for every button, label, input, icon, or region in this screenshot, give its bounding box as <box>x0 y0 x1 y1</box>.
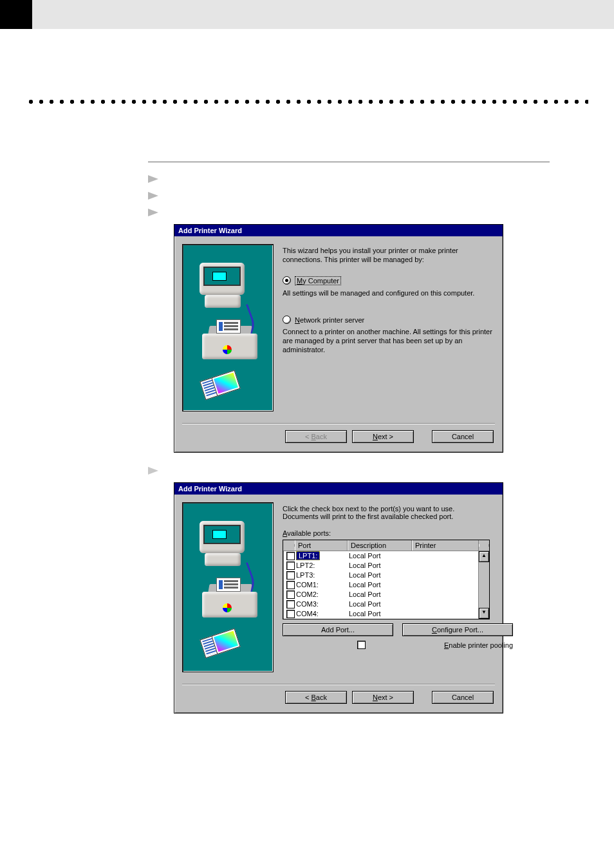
checkbox-icon[interactable] <box>286 600 295 609</box>
wizard-graphic <box>182 502 274 672</box>
arrow-icon <box>148 209 158 216</box>
add-port-button[interactable]: Add Port... <box>283 623 393 636</box>
dialog-button-row: < Back Next > Cancel <box>174 684 503 713</box>
ports-buttons-row: Add Port... Configure Port... <box>283 623 513 636</box>
svg-marker-2 <box>148 209 158 216</box>
svg-marker-1 <box>148 192 158 200</box>
wizard-content: Click the check box next to the port(s) … <box>283 502 513 672</box>
page-header <box>0 0 614 29</box>
port-name-selected: LPT1: <box>296 551 320 560</box>
table-row[interactable]: LPT3:Local Port <box>283 571 489 580</box>
arrow-icon <box>148 175 158 183</box>
next-button[interactable]: Next > <box>352 691 414 704</box>
checkbox-icon[interactable] <box>286 571 295 580</box>
enable-printer-pooling[interactable]: Enable printer pooling <box>283 640 513 650</box>
step-bullet-4 <box>148 466 550 475</box>
checkbox-icon[interactable] <box>286 561 295 570</box>
dialog-button-row: < Back Next > Cancel <box>174 424 503 452</box>
port-description: Local Port <box>349 551 413 561</box>
step-bullet-2 <box>148 191 550 200</box>
ports-intro-2: Documents will print to the first availa… <box>283 513 513 520</box>
add-printer-wizard-dialog-2: Add Printer Wizard Click the check box n… <box>174 482 503 713</box>
svg-marker-3 <box>148 467 158 475</box>
scroll-down-icon[interactable]: ▼ <box>479 608 489 619</box>
ports-table: Port Description Printer LPT1:Local Port… <box>283 540 490 619</box>
wizard-graphic <box>182 244 274 411</box>
port-name: COM4: <box>296 609 349 619</box>
arrow-icon <box>148 192 158 200</box>
dialog-body: Click the check box next to the port(s) … <box>174 495 503 680</box>
table-row[interactable]: COM2:Local Port <box>283 590 489 599</box>
ports-intro-1: Click the check box next to the port(s) … <box>283 505 513 513</box>
radio-network-label: Network printer server <box>295 316 364 324</box>
table-row[interactable]: COM1:Local Port <box>283 580 489 590</box>
checkbox-icon[interactable] <box>286 610 295 618</box>
radio-my-computer-label: My Computer <box>295 276 341 285</box>
port-name: COM2: <box>296 590 349 599</box>
port-description: Local Port <box>349 561 413 571</box>
port-description: Local Port <box>349 571 413 580</box>
enable-pooling-label: Enable printer pooling <box>444 641 513 649</box>
checkbox-icon[interactable] <box>286 581 295 589</box>
next-button[interactable]: Next > <box>352 430 414 443</box>
back-button: < Back <box>285 430 347 443</box>
scroll-up-icon[interactable]: ▲ <box>479 551 489 562</box>
dialog-titlebar: Add Printer Wizard <box>174 225 503 236</box>
my-computer-desc: All settings will be managed and configu… <box>283 289 495 298</box>
add-printer-wizard-dialog-1: Add Printer Wizard This wizard helps you… <box>174 224 503 453</box>
content-area: Add Printer Wizard This wizard helps you… <box>148 162 550 713</box>
dialog-body: This wizard helps you install your print… <box>174 236 503 419</box>
col-printer[interactable]: Printer <box>412 540 479 551</box>
col-port[interactable]: Port <box>295 540 348 551</box>
header-black-box <box>0 0 32 29</box>
ports-body: LPT1:Local PortLPT2:Local PortLPT3:Local… <box>283 551 489 619</box>
dialog-titlebar: Add Printer Wizard <box>174 483 503 495</box>
port-description: Local Port <box>349 599 413 609</box>
svg-marker-0 <box>148 175 158 183</box>
scrollbar[interactable]: ▲ ▼ <box>478 551 489 619</box>
wizard-intro-text: This wizard helps you install your print… <box>283 247 495 265</box>
dotted-divider <box>26 100 588 104</box>
radio-checked-icon <box>283 276 291 285</box>
back-button[interactable]: < Back <box>285 691 347 704</box>
checkbox-icon <box>357 641 366 649</box>
port-description: Local Port <box>349 590 413 599</box>
radio-unchecked-icon <box>283 316 291 324</box>
port-name: COM1: <box>296 580 349 590</box>
port-name: LPT2: <box>296 561 349 571</box>
arrow-icon <box>148 467 158 475</box>
port-name: LPT3: <box>296 571 349 580</box>
checkbox-icon[interactable] <box>286 552 295 560</box>
table-row[interactable]: COM3:Local Port <box>283 599 489 609</box>
radio-my-computer[interactable]: My Computer <box>283 276 495 285</box>
table-row[interactable]: COM4:Local Port <box>283 609 489 619</box>
cancel-button[interactable]: Cancel <box>432 691 494 704</box>
cancel-button[interactable]: Cancel <box>432 430 494 443</box>
table-row[interactable]: LPT1:Local Port <box>283 551 489 561</box>
radio-network-printer[interactable]: Network printer server <box>283 316 495 324</box>
available-ports-label: Available ports: <box>283 529 513 537</box>
port-name: COM3: <box>296 599 349 609</box>
ports-header-row: Port Description Printer <box>283 540 489 551</box>
port-description: Local Port <box>349 580 413 590</box>
configure-port-button[interactable]: Configure Port... <box>402 623 513 636</box>
checkbox-icon[interactable] <box>286 590 295 599</box>
table-row[interactable]: LPT2:Local Port <box>283 561 489 571</box>
col-description[interactable]: Description <box>348 540 412 551</box>
wizard-content: This wizard helps you install your print… <box>283 244 495 411</box>
thin-divider <box>148 162 550 162</box>
step-bullet-3 <box>148 207 550 216</box>
step-bullet-1 <box>148 174 550 183</box>
network-printer-desc: Connect to a printer on another machine.… <box>283 328 495 354</box>
port-description: Local Port <box>349 609 413 619</box>
